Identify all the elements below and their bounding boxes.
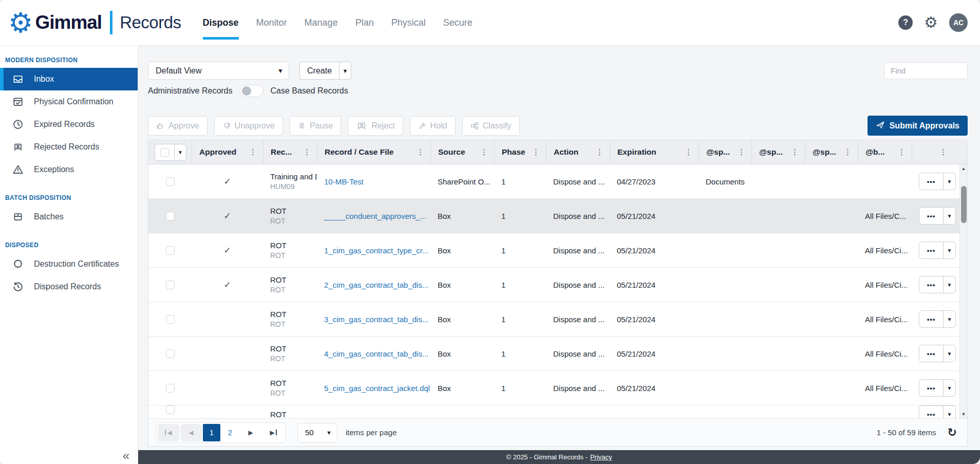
table-row[interactable]: ✓ROTROT_____conduent_approvers_...Box1Di… xyxy=(148,199,967,233)
scrollbar-thumb[interactable] xyxy=(961,186,967,223)
page-button-1[interactable]: 1 xyxy=(203,424,220,441)
row-expand-arrow-icon[interactable]: ▼ xyxy=(943,311,955,327)
row-checkbox[interactable] xyxy=(166,281,175,289)
row-expand-arrow-icon[interactable]: ▼ xyxy=(943,276,955,293)
table-scrollbar[interactable]: ▲ ▼ xyxy=(959,164,967,418)
row-actions-split-button[interactable]: •••▼ xyxy=(919,276,956,293)
scroll-up-icon[interactable]: ▲ xyxy=(960,166,967,171)
column-header-b[interactable]: @b...⋮ xyxy=(858,140,912,164)
row-expand-arrow-icon[interactable]: ▼ xyxy=(943,345,955,362)
row-checkbox[interactable] xyxy=(166,315,175,324)
record-link[interactable]: 1_cim_gas_contract_type_cr... xyxy=(324,246,428,255)
column-menu-icon[interactable]: ⋮ xyxy=(301,147,312,157)
view-select[interactable]: Default View ▼ xyxy=(148,62,289,80)
row-more-icon[interactable]: ••• xyxy=(919,384,943,392)
avatar[interactable]: AC xyxy=(949,13,968,32)
row-expand-arrow-icon[interactable]: ▼ xyxy=(943,380,955,396)
column-menu-icon[interactable]: ⋮ xyxy=(842,147,853,157)
column-header-sp[interactable]: @sp...⋮ xyxy=(805,140,858,164)
row-actions-split-button[interactable]: •••▼ xyxy=(919,173,956,190)
select-all-checkbox[interactable] xyxy=(160,148,169,157)
approve-button[interactable]: Approve xyxy=(148,116,208,136)
sidebar-item-disposed-records[interactable]: Disposed Records xyxy=(0,275,138,298)
row-checkbox[interactable] xyxy=(166,349,175,358)
row-actions-split-button[interactable]: •••▼ xyxy=(919,379,956,397)
column-menu-icon[interactable]: ⋮ xyxy=(938,147,949,157)
column-header-rec[interactable]: Rec...⋮ xyxy=(263,140,317,164)
records-mode-toggle[interactable] xyxy=(240,85,263,97)
next-page-button[interactable]: ▶ xyxy=(240,424,261,441)
row-more-icon[interactable]: ••• xyxy=(919,247,943,254)
column-header-approved[interactable]: Approved⋮ xyxy=(192,140,263,164)
row-checkbox[interactable] xyxy=(166,405,175,414)
nav-tab-secure[interactable]: Secure xyxy=(443,0,473,45)
table-row[interactable]: ✓ROTROT2_cim_gas_contract_tab_dis...Box1… xyxy=(148,268,967,302)
hold-button[interactable]: Hold xyxy=(410,116,456,136)
privacy-link[interactable]: Privacy xyxy=(590,453,612,461)
nav-tab-plan[interactable]: Plan xyxy=(355,0,374,45)
column-menu-icon[interactable]: ⋮ xyxy=(896,147,907,157)
table-row[interactable]: ✓Training and DHUM0910-MB-TestSharePoint… xyxy=(148,164,967,199)
row-expand-arrow-icon[interactable]: ▼ xyxy=(943,173,955,190)
row-checkbox[interactable] xyxy=(166,212,175,220)
column-header-record-case-file[interactable]: Record / Case File⋮ xyxy=(317,140,430,164)
nav-tab-dispose[interactable]: Dispose xyxy=(203,0,239,45)
row-more-icon[interactable]: ••• xyxy=(919,212,943,220)
sidebar-item-destruction-certificates[interactable]: Destruction Certificates xyxy=(0,253,138,275)
table-row[interactable]: ROTROT3_cim_gas_contract_tab_dis...Box1D… xyxy=(148,302,967,337)
record-link[interactable]: 5_cim_gas_contract_jacket.dql xyxy=(324,384,430,393)
column-header-action[interactable]: Action⋮ xyxy=(546,140,610,164)
sidebar-item-inbox[interactable]: Inbox xyxy=(0,68,138,90)
column-menu-icon[interactable]: ⋮ xyxy=(531,147,541,157)
column-menu-icon[interactable]: ⋮ xyxy=(248,147,258,157)
row-expand-arrow-icon[interactable]: ▼ xyxy=(943,208,955,224)
first-page-button[interactable]: ◀ xyxy=(158,424,179,441)
column-menu-icon[interactable]: ⋮ xyxy=(415,147,426,157)
page-size-select[interactable]: 50 ▼ xyxy=(297,423,337,442)
row-actions-split-button[interactable]: •••▼ xyxy=(919,310,956,328)
pause-button[interactable]: Pause xyxy=(290,116,341,136)
table-row[interactable]: ROTROT5_cim_gas_contract_jacket.dqlBox1D… xyxy=(148,371,967,405)
record-link[interactable]: 10-MB-Test xyxy=(324,177,364,186)
table-row[interactable]: ✓ROTROT1_cim_gas_contract_type_cr...Box1… xyxy=(148,233,967,268)
find-input[interactable] xyxy=(884,62,968,79)
record-link[interactable]: 2_cim_gas_contract_tab_dis... xyxy=(324,281,428,289)
record-link[interactable]: _____conduent_approvers_... xyxy=(324,212,426,220)
row-expand-arrow-icon[interactable]: ▼ xyxy=(943,242,955,258)
column-header-expiration[interactable]: Expiration⋮ xyxy=(610,140,699,164)
column-menu-icon[interactable]: ⋮ xyxy=(789,147,800,157)
nav-tab-physical[interactable]: Physical xyxy=(391,0,426,45)
reject-button[interactable]: Reject xyxy=(348,116,403,136)
row-checkbox[interactable] xyxy=(166,246,175,255)
column-header-source[interactable]: Source⋮ xyxy=(430,140,494,164)
submit-approvals-button[interactable]: Submit Approvals xyxy=(868,116,968,136)
nav-tab-monitor[interactable]: Monitor xyxy=(256,0,287,45)
classify-button[interactable]: Classify xyxy=(462,116,520,136)
record-link[interactable]: 4_cim_gas_contract_tab_dis... xyxy=(324,349,428,358)
sidebar-item-batches[interactable]: Batches xyxy=(0,206,138,228)
create-dropdown-arrow-icon[interactable]: ▼ xyxy=(339,62,351,79)
sidebar-item-physical-confirmation[interactable]: Physical Confirmation xyxy=(0,90,138,113)
record-link[interactable]: 3_cim_gas_contract_tab_dis... xyxy=(324,315,428,324)
refresh-icon[interactable]: ↻ xyxy=(948,427,957,438)
row-expand-arrow-icon[interactable]: ▼ xyxy=(943,406,955,418)
row-more-icon[interactable]: ••• xyxy=(919,350,943,358)
select-menu-arrow-icon[interactable]: ▼ xyxy=(174,144,186,160)
sidebar-item-expired-records[interactable]: Expired Records xyxy=(0,113,138,136)
column-menu-icon[interactable]: ⋮ xyxy=(683,147,694,157)
row-actions-split-button[interactable]: •••▼ xyxy=(919,207,956,225)
previous-page-button[interactable]: ◀ xyxy=(180,424,202,441)
scroll-down-icon[interactable]: ▼ xyxy=(960,412,967,417)
row-more-icon[interactable]: ••• xyxy=(919,315,943,323)
settings-gear-icon[interactable]: ⚙ xyxy=(924,15,938,30)
column-menu-icon[interactable]: ⋮ xyxy=(594,147,605,157)
select-all-split-button[interactable]: ▼ xyxy=(155,144,186,161)
row-actions-split-button[interactable]: •••▼ xyxy=(919,242,956,259)
column-menu-icon[interactable]: ⋮ xyxy=(736,147,747,157)
row-actions-split-button[interactable]: •••▼ xyxy=(919,345,956,362)
column-menu-icon[interactable]: ⋮ xyxy=(479,147,489,157)
row-more-icon[interactable]: ••• xyxy=(919,411,943,418)
sidebar-item-exceptions[interactable]: Exceptions xyxy=(0,158,138,181)
page-button-2[interactable]: 2 xyxy=(221,424,239,441)
sidebar-collapse-button[interactable]: « xyxy=(123,449,129,463)
